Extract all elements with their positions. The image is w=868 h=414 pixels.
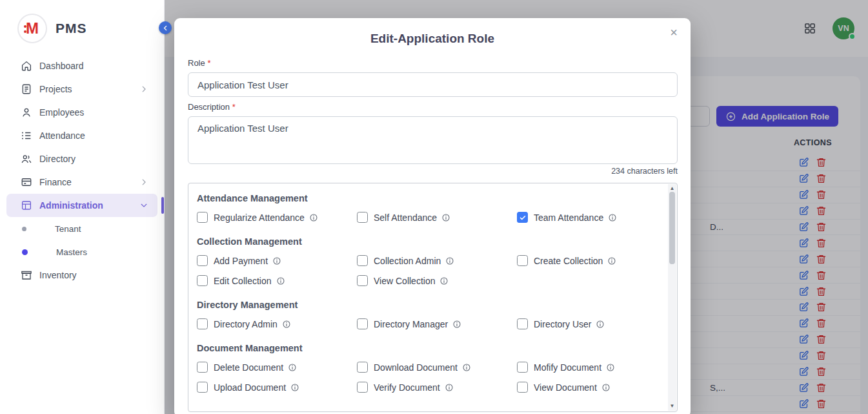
- checkbox-view-document[interactable]: [517, 382, 528, 393]
- description-field-label: Description *: [188, 102, 678, 112]
- description-textarea[interactable]: Application Test User: [188, 116, 678, 164]
- permission-grid: Delete DocumentDownload DocumentMofify D…: [197, 362, 660, 393]
- info-icon[interactable]: [452, 320, 461, 329]
- sidebar-item-administration[interactable]: Administration: [6, 194, 157, 217]
- permission-label: Self Attendance: [374, 212, 437, 223]
- brand-name: PMS: [56, 21, 87, 36]
- permission-label: Directory Admin: [214, 319, 278, 329]
- checkbox-add-payment[interactable]: [197, 255, 208, 266]
- info-icon[interactable]: [445, 256, 454, 265]
- sidebar-item-employees[interactable]: Employees: [6, 101, 157, 124]
- info-icon[interactable]: [309, 213, 318, 222]
- checkbox-upload-document[interactable]: [197, 382, 208, 393]
- checkbox-self-attendance[interactable]: [357, 212, 368, 223]
- permission-section-title: Attendance Management: [197, 192, 660, 204]
- sidebar-item-projects[interactable]: Projects: [6, 78, 157, 101]
- permission-label: Collection Admin: [374, 256, 441, 266]
- permission-section-document-management: Document ManagementDelete DocumentDownlo…: [197, 342, 660, 393]
- role-field-label: Role *: [188, 58, 678, 68]
- characters-left-counter: 234 characters left: [188, 166, 678, 176]
- checkbox-delete-document[interactable]: [197, 362, 208, 373]
- permission-label: Edit Collection: [214, 276, 272, 286]
- permission-download-document: Download Document: [357, 362, 517, 373]
- checkbox-regularize-attendance[interactable]: [197, 212, 208, 223]
- checkbox-view-collection[interactable]: [357, 275, 368, 286]
- projects-icon: [21, 83, 32, 95]
- checkbox-directory-admin[interactable]: [197, 318, 208, 329]
- info-icon[interactable]: [290, 383, 299, 392]
- sidebar-item-finance[interactable]: Finance: [6, 171, 157, 194]
- sidebar-item-attendance[interactable]: Attendance: [6, 124, 157, 147]
- role-input[interactable]: [188, 72, 678, 97]
- checkbox-collection-admin[interactable]: [357, 255, 368, 266]
- sidebar-nav: DashboardProjectsEmployeesAttendanceDire…: [0, 54, 164, 287]
- sidebar-item-label: Dashboard: [39, 61, 148, 71]
- scrollbar-thumb[interactable]: [669, 192, 675, 264]
- info-icon[interactable]: [288, 363, 297, 372]
- sidebar: M PMS DashboardProjectsEmployeesAttendan…: [0, 0, 165, 414]
- bullet-dot-icon: [22, 249, 28, 255]
- checkbox-directory-manager[interactable]: [357, 318, 368, 329]
- info-icon[interactable]: [441, 213, 450, 222]
- permission-directory-admin: Directory Admin: [197, 318, 357, 329]
- sidebar-item-dashboard[interactable]: Dashboard: [6, 54, 157, 78]
- permission-grid: Regularize AttendanceSelf AttendanceTeam…: [197, 212, 660, 223]
- info-icon[interactable]: [601, 383, 611, 392]
- chevron-left-icon: [161, 24, 170, 32]
- bullet-dot-icon: [22, 227, 26, 231]
- checkbox-download-document[interactable]: [357, 362, 368, 373]
- permission-section-collection-management: Collection ManagementAdd PaymentCollecti…: [197, 236, 660, 286]
- modal-body: Role * Description * Application Test Us…: [174, 58, 691, 412]
- info-icon[interactable]: [596, 320, 605, 329]
- permission-grid: Add PaymentCollection AdminCreate Collec…: [197, 255, 660, 286]
- scroll-down-arrow-icon[interactable]: ▼: [670, 404, 675, 409]
- permission-label: Upload Document: [214, 382, 286, 393]
- permission-label: Create Collection: [534, 256, 603, 266]
- info-icon[interactable]: [439, 276, 449, 285]
- collapse-sidebar-button[interactable]: [159, 21, 172, 34]
- permissions-panel-content: Attendance ManagementRegularize Attendan…: [188, 183, 677, 393]
- scroll-up-arrow-icon[interactable]: ▲: [670, 186, 675, 191]
- info-icon[interactable]: [606, 363, 615, 372]
- permission-label: Team Attendance: [534, 212, 603, 223]
- checkbox-team-attendance[interactable]: [517, 212, 528, 223]
- logo-letter: M: [26, 19, 39, 37]
- required-asterisk: *: [232, 102, 236, 112]
- info-icon[interactable]: [607, 256, 616, 265]
- permission-label: View Document: [534, 382, 597, 393]
- checkbox-create-collection[interactable]: [517, 255, 528, 266]
- sidebar-item-label: Directory: [39, 154, 148, 164]
- info-icon[interactable]: [445, 383, 454, 392]
- sidebar-item-label: Attendance: [39, 130, 148, 141]
- permission-label: Mofify Document: [534, 362, 601, 373]
- permission-section-title: Collection Management: [197, 236, 660, 247]
- sidebar-subitem-masters[interactable]: Masters: [0, 240, 164, 264]
- inventory-icon: [21, 269, 32, 281]
- permissions-scrollbar[interactable]: ▲ ▼: [668, 184, 676, 411]
- permission-label: Directory User: [534, 319, 591, 329]
- employees-icon: [21, 107, 32, 118]
- checkbox-edit-collection[interactable]: [197, 275, 208, 286]
- permission-label: Regularize Attendance: [214, 212, 305, 223]
- permission-directory-user: Directory User: [517, 318, 660, 329]
- checkbox-directory-user[interactable]: [517, 318, 528, 329]
- home-icon: [21, 60, 32, 72]
- permission-regularize-attendance: Regularize Attendance: [197, 212, 357, 223]
- close-modal-button[interactable]: ×: [666, 25, 681, 40]
- checkbox-mofify-document[interactable]: [517, 362, 528, 373]
- permission-section-directory-management: Directory ManagementDirectory AdminDirec…: [197, 299, 660, 329]
- directory-icon: [21, 153, 32, 165]
- sidebar-item-inventory[interactable]: Inventory: [6, 264, 157, 287]
- info-icon[interactable]: [608, 213, 617, 222]
- info-icon[interactable]: [282, 320, 291, 329]
- sidebar-subitem-tenant[interactable]: Tenant: [0, 217, 164, 240]
- sidebar-item-label: Inventory: [39, 270, 148, 280]
- info-icon[interactable]: [462, 363, 471, 372]
- sidebar-item-directory[interactable]: Directory: [6, 147, 157, 171]
- permission-label: View Collection: [374, 276, 435, 286]
- checkbox-verify-document[interactable]: [357, 382, 368, 393]
- permission-mofify-document: Mofify Document: [517, 362, 660, 373]
- permission-upload-document: Upload Document: [197, 382, 357, 393]
- info-icon[interactable]: [276, 276, 285, 285]
- info-icon[interactable]: [272, 256, 281, 265]
